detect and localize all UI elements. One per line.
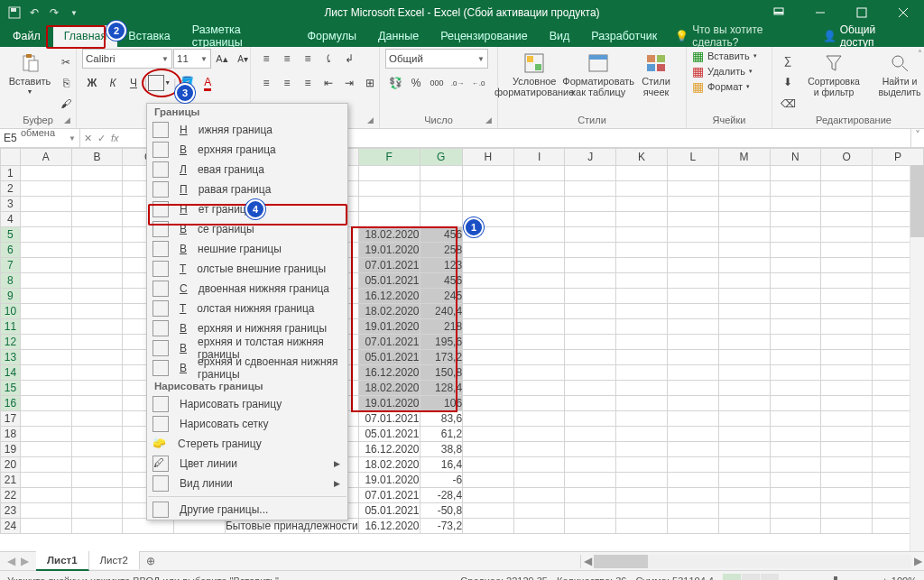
vertical-scrollbar[interactable] (910, 165, 924, 551)
cell[interactable] (420, 212, 463, 227)
sheet-nav-next-icon[interactable]: ▶ (21, 555, 29, 567)
cell[interactable] (718, 396, 770, 411)
cell[interactable] (358, 197, 420, 212)
cell[interactable]: 195,6 (420, 335, 463, 350)
row-header[interactable]: 7 (1, 258, 21, 273)
ribbon-tab-3[interactable]: Формулы (297, 25, 367, 47)
cell[interactable] (770, 442, 821, 457)
cell[interactable] (718, 442, 770, 457)
format-painter-icon[interactable]: 🖌 (56, 94, 76, 114)
cell[interactable] (513, 365, 565, 381)
align-left-icon[interactable]: ≡ (256, 73, 276, 93)
col-header[interactable]: I (513, 149, 565, 166)
cell[interactable] (20, 381, 71, 396)
cell[interactable] (71, 273, 123, 289)
cell[interactable] (770, 227, 821, 243)
cell[interactable] (71, 243, 123, 258)
cancel-icon[interactable]: ✕ (84, 133, 92, 144)
menu-item-draw[interactable]: Вид линии▶ (147, 474, 347, 493)
cell[interactable] (20, 519, 71, 534)
cell[interactable]: 05.01.2021 (358, 427, 420, 442)
cell[interactable] (565, 166, 616, 181)
cell[interactable] (616, 519, 668, 534)
cell[interactable] (565, 289, 616, 304)
bold-button[interactable]: Ж (82, 73, 102, 93)
row-header[interactable]: 3 (1, 197, 21, 212)
cell[interactable]: 240,4 (420, 304, 463, 319)
minimize-icon[interactable] (799, 0, 841, 25)
horizontal-scrollbar[interactable]: ◀▶ (580, 555, 924, 568)
col-header[interactable]: L (667, 149, 718, 166)
cell[interactable] (71, 427, 123, 442)
cell[interactable] (770, 181, 821, 197)
cell[interactable] (718, 350, 770, 365)
cell[interactable]: 218 (420, 319, 463, 335)
indent-increase-icon[interactable]: ⇥ (339, 73, 359, 93)
fx-icon[interactable]: fx (111, 133, 119, 143)
cell[interactable] (463, 503, 514, 519)
cell[interactable] (513, 197, 565, 212)
tell-me[interactable]: 💡Что вы хотите сделать? (675, 25, 810, 47)
cell[interactable] (667, 411, 718, 427)
cell[interactable] (770, 335, 821, 350)
cell[interactable]: -28,4 (420, 488, 463, 503)
menu-item-border[interactable]: Правая граница (147, 180, 347, 199)
cell[interactable]: 07.01.2021 (358, 411, 420, 427)
cell[interactable] (667, 181, 718, 197)
cell[interactable]: -50,8 (420, 503, 463, 519)
increase-decimal-icon[interactable]: .0→ (448, 73, 467, 93)
ribbon-tab-1[interactable]: Вставка (117, 25, 180, 47)
cell[interactable] (71, 457, 123, 473)
ribbon-tab-2[interactable]: Разметка страницы (181, 25, 297, 47)
cell[interactable] (616, 335, 668, 350)
cell[interactable] (463, 258, 514, 273)
cell[interactable] (420, 181, 463, 197)
cell[interactable]: 18.02.2020 (358, 457, 420, 473)
cell[interactable] (821, 335, 873, 350)
cell[interactable] (770, 273, 821, 289)
cell[interactable] (616, 243, 668, 258)
cell[interactable] (718, 503, 770, 519)
cell[interactable] (770, 381, 821, 396)
conditional-format-button[interactable]: Условное форматирование (504, 49, 565, 101)
cell[interactable] (770, 166, 821, 181)
underline-button[interactable]: Ч (124, 73, 143, 93)
cell[interactable] (821, 319, 873, 335)
align-right-icon[interactable]: ≡ (298, 73, 318, 93)
cell[interactable] (718, 212, 770, 227)
cell[interactable] (616, 319, 668, 335)
accounting-icon[interactable]: 💱 (385, 73, 405, 93)
cell[interactable] (565, 273, 616, 289)
cell[interactable] (20, 166, 71, 181)
cell[interactable] (71, 289, 123, 304)
cell[interactable] (513, 212, 565, 227)
cell[interactable] (718, 411, 770, 427)
cell[interactable] (718, 319, 770, 335)
cell[interactable] (718, 227, 770, 243)
cell[interactable]: Бытовые принадлежности (225, 519, 358, 534)
cell[interactable] (667, 197, 718, 212)
cell[interactable] (565, 365, 616, 381)
orientation-icon[interactable]: ⤹ (319, 49, 338, 69)
new-sheet-icon[interactable]: ⊕ (140, 555, 162, 567)
col-header[interactable]: P (873, 149, 924, 166)
menu-item-border[interactable]: Внешние границы (147, 239, 347, 259)
cell[interactable] (718, 243, 770, 258)
cell[interactable] (20, 335, 71, 350)
cell[interactable] (667, 258, 718, 273)
cell[interactable] (513, 319, 565, 335)
fill-icon[interactable]: ⬇ (778, 72, 798, 92)
cell[interactable] (821, 442, 873, 457)
cell[interactable] (20, 365, 71, 381)
cell[interactable] (565, 411, 616, 427)
col-header[interactable]: N (770, 149, 821, 166)
cell[interactable] (770, 411, 821, 427)
cell[interactable] (71, 350, 123, 365)
menu-item-border[interactable]: Толстые внешние границы (147, 259, 347, 279)
cell[interactable] (821, 503, 873, 519)
cell[interactable] (20, 197, 71, 212)
cell[interactable] (616, 166, 668, 181)
cell[interactable] (718, 365, 770, 381)
cell[interactable] (565, 197, 616, 212)
font-size-selector[interactable]: 11▼ (173, 49, 211, 69)
